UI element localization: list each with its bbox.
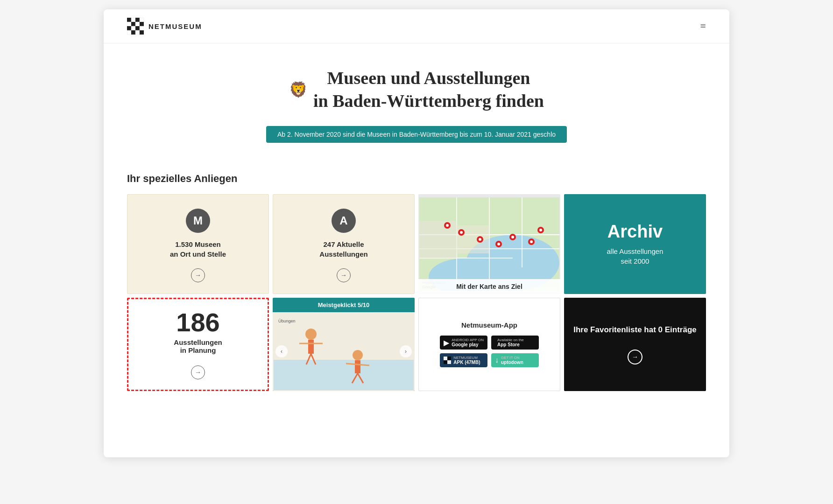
app-store-large: App Store [497,342,524,347]
google-play-icon: ▶ [444,338,449,347]
google-play-badge[interactable]: ▶ ANDROID APP ON Google play [440,336,487,350]
slider-next-button[interactable]: › [400,345,412,357]
app-title: Netmuseum-App [461,321,517,329]
svg-rect-58 [444,360,447,364]
hero-title: Museen und Ausstellungen in Baden-Württe… [313,67,544,113]
svg-rect-9 [131,26,135,30]
ausstellungen-arrow: → [337,268,351,282]
slider-image-area: Übungen ‹ › [273,312,415,391]
planung-title: Ausstellungen in Planung [174,338,222,354]
svg-rect-7 [140,22,144,26]
slider-prev-button[interactable]: ‹ [275,345,288,357]
svg-rect-8 [127,26,131,30]
slider-card[interactable]: Meistgeklickt 5/10 [273,298,415,391]
slider-header: Meistgeklickt 5/10 [312,298,375,312]
svg-point-36 [530,240,533,243]
svg-rect-51 [355,360,360,373]
svg-rect-14 [135,30,140,35]
svg-point-28 [460,231,463,234]
svg-point-32 [497,243,500,245]
ausstellungen-icon: A [332,209,356,233]
archiv-card[interactable]: Archiv alle Ausstellungen seit 2000 [564,194,706,294]
svg-rect-44 [274,360,414,390]
ausstellungen-title: 247 Aktuelle Ausstellungen [319,239,367,259]
svg-point-45 [305,329,317,340]
apk-large: APK (47MB) [453,360,480,365]
netmuseum-apk-icon [444,357,451,364]
svg-rect-13 [131,30,135,35]
svg-text:Übungen: Übungen [278,319,296,323]
svg-rect-46 [308,340,314,354]
svg-rect-57 [447,357,451,360]
svg-point-30 [479,238,481,241]
hero-section: 🦁 Museen und Ausstellungen in Baden-Würt… [104,43,729,159]
map-card[interactable]: Google Mapdata ©2018 Mit der Karte ans Z… [418,194,560,294]
museums-card[interactable]: M 1.530 Museen an Ort und Stelle → [127,194,269,294]
svg-rect-12 [127,30,131,35]
svg-rect-0 [127,18,131,22]
svg-rect-3 [140,18,144,22]
svg-rect-6 [135,22,140,26]
archiv-subtitle: alle Ausstellungen seit 2000 [607,246,664,266]
google-play-large: Google play [452,342,484,347]
hero-title-row: 🦁 Museen und Ausstellungen in Baden-Würt… [113,67,720,113]
planung-arrow: → [191,365,205,379]
app-store-small: Available on the [497,338,524,342]
apk-small: NETMUSEUM [453,356,480,360]
cards-row-1: M 1.530 Museen an Ort und Stelle → A 247… [127,194,706,294]
page-wrapper: NETMUSEUM ≡ 🦁 Museen und Ausstellungen i… [104,9,729,457]
favorites-arrow: → [628,350,642,364]
notice-bar: Ab 2. November 2020 sind die Museen in B… [266,126,567,143]
archiv-title: Archiv [607,222,663,242]
main-section: Ihr spezielles Anliegen M 1.530 Museen a… [104,159,729,413]
svg-point-34 [511,236,514,238]
header: NETMUSEUM ≡ [104,9,729,43]
planung-number: 186 [176,309,219,336]
hamburger-menu[interactable]: ≡ [700,21,706,31]
museums-icon: M [186,209,210,233]
slider-image: Übungen [273,313,415,390]
ausstellungen-card[interactable]: A 247 Aktuelle Ausstellungen → [273,194,415,294]
svg-point-40 [539,229,542,231]
svg-rect-5 [131,22,135,26]
svg-rect-4 [127,22,131,26]
section-title: Ihr spezielles Anliegen [127,173,706,185]
google-play-small: ANDROID APP ON [452,338,484,342]
svg-rect-59 [447,360,451,364]
museums-title: 1.530 Museen an Ort und Stelle [170,239,226,259]
app-card: Netmuseum-App ▶ ANDROID APP ON Google pl… [418,298,560,391]
logo-text: NETMUSEUM [148,22,202,30]
svg-rect-11 [140,26,144,30]
uptodown-small: GET IT ON [501,356,523,360]
planung-card[interactable]: 186 Ausstellungen in Planung → [127,298,269,391]
svg-rect-2 [135,18,140,22]
svg-rect-25 [419,221,457,258]
uptodown-icon: ↓ [495,356,499,364]
svg-point-38 [446,224,449,227]
map-svg: Google Mapdata ©2018 [418,197,560,291]
logo-area: NETMUSEUM [127,18,202,35]
svg-rect-1 [131,18,135,22]
cards-row-2: 186 Ausstellungen in Planung → Meistgekl… [127,298,706,391]
uptodown-large: uptodown [501,360,523,365]
favorites-card[interactable]: Ihre Favoritenliste hat 0 Einträge → [564,298,706,391]
svg-rect-15 [140,30,144,35]
app-store-badge[interactable]: Available on the App Store [491,336,539,350]
svg-rect-10 [135,26,140,30]
museums-arrow: → [191,268,205,282]
apk-badge[interactable]: NETMUSEUM APK (47MB) [440,353,487,367]
map-overlay: Mit der Karte ans Ziel [418,279,560,294]
svg-point-50 [353,350,363,360]
svg-rect-56 [444,357,447,360]
app-badges: ▶ ANDROID APP ON Google play Available o… [440,336,539,367]
lion-icon: 🦁 [289,81,308,98]
logo-icon [127,18,144,35]
uptodown-badge[interactable]: ↓ GET IT ON uptodown [491,353,539,367]
favorites-title: Ihre Favoritenliste hat 0 Einträge [573,324,697,336]
